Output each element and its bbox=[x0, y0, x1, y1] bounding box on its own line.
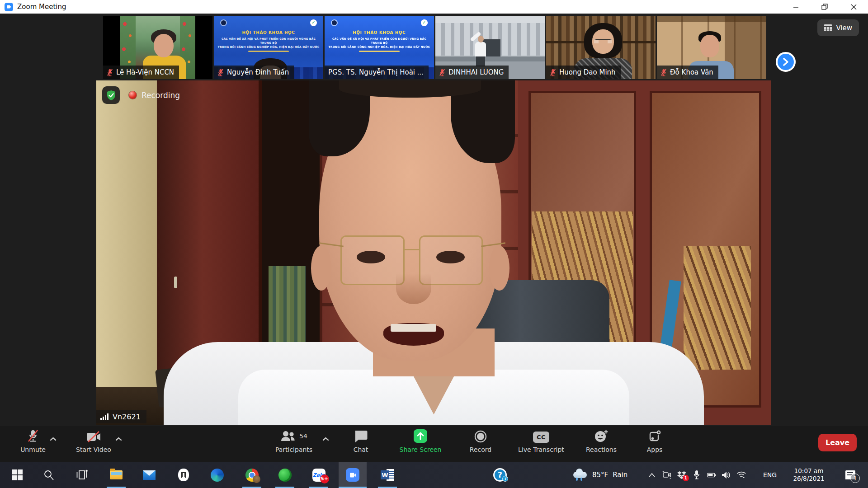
slide-logo-left bbox=[331, 19, 338, 26]
slide-line2: TRONG BỐI CẢNH CÔNG NGHIỆP HÓA, HIỆN ĐẠI… bbox=[216, 45, 321, 49]
record-icon bbox=[474, 430, 487, 443]
participant-name-bar: Đỗ Khoa Vân bbox=[657, 66, 718, 79]
task-view-icon bbox=[76, 469, 88, 480]
weather-widget[interactable]: 85°F Rain bbox=[572, 462, 627, 488]
help-button[interactable]: ? i bbox=[489, 462, 511, 488]
chevron-up-icon bbox=[649, 473, 655, 477]
slide-title: HỘI THẢO KHOA HỌC bbox=[326, 30, 432, 35]
tray-microphone[interactable] bbox=[692, 470, 701, 480]
reactions-button[interactable]: Reactions bbox=[572, 429, 631, 453]
wifi-icon bbox=[737, 471, 746, 479]
close-button[interactable] bbox=[839, 0, 868, 14]
restore-button[interactable] bbox=[810, 0, 839, 14]
slide-line2: TRONG BỐI CẢNH CÔNG NGHIỆP HÓA, HIỆN ĐẠI… bbox=[326, 45, 432, 49]
action-center-button[interactable]: 1 bbox=[839, 462, 862, 488]
participant-tile-6[interactable]: Đỗ Khoa Vân bbox=[657, 16, 766, 79]
meeting-stage: Lê Hà-Viện NCCN ✓ HỘI THẢO KHOA HỌC CÁC … bbox=[0, 14, 868, 426]
slide-line1: CÁC VẤN ĐỀ XÃ HỘI VÀ PHÁT TRIỂN CON NGƯỜ… bbox=[216, 37, 321, 45]
language-indicator[interactable]: ENG bbox=[763, 462, 777, 488]
chat-bubble-icon bbox=[354, 430, 368, 443]
video-options-chevron[interactable] bbox=[115, 434, 122, 443]
muted-mic-icon bbox=[660, 69, 667, 76]
participants-options-chevron[interactable] bbox=[322, 434, 329, 443]
zalo-notification-badge: 5+ bbox=[320, 474, 329, 483]
minimize-button[interactable] bbox=[781, 0, 810, 14]
tray-volume[interactable] bbox=[722, 470, 731, 480]
view-button[interactable]: View bbox=[817, 19, 859, 36]
participant-name: DINHHAI LUONG bbox=[448, 68, 504, 76]
participant-name: Lê Hà-Viện NCCN bbox=[116, 68, 174, 76]
green-browser-button[interactable] bbox=[274, 462, 296, 488]
participant-tile-4[interactable]: DINHHAI LUONG bbox=[435, 16, 545, 79]
chevron-up-icon bbox=[322, 437, 329, 441]
task-view-button[interactable] bbox=[71, 462, 93, 488]
tray-wifi[interactable] bbox=[737, 470, 746, 480]
tray-dropbox[interactable]: 1 bbox=[677, 470, 686, 480]
participant-tile-2[interactable]: ✓ HỘI THẢO KHOA HỌC CÁC VẤN ĐỀ XÃ HỘI VÀ… bbox=[214, 16, 323, 79]
zalo-button[interactable]: Zalo 5+ bbox=[308, 462, 330, 488]
closed-captions-icon: CC bbox=[533, 432, 549, 443]
record-button[interactable]: Record bbox=[451, 429, 510, 453]
participant-tile-3[interactable]: ✓ HỘI THẢO KHOA HỌC CÁC VẤN ĐỀ XÃ HỘI VÀ… bbox=[325, 16, 434, 79]
leave-button[interactable]: Leave bbox=[818, 434, 857, 451]
zoom-meeting-window: Zoom Meeting bbox=[0, 0, 868, 488]
info-badge: i bbox=[502, 476, 508, 482]
video-off-icon bbox=[86, 431, 101, 443]
active-speaker-video[interactable]: Recording Vn2621 bbox=[96, 80, 771, 425]
edge-button[interactable] bbox=[206, 462, 228, 488]
reactions-label: Reactions bbox=[586, 446, 617, 453]
security-shield-button[interactable] bbox=[102, 86, 120, 104]
slide-logo-left bbox=[220, 19, 227, 26]
participant-name: Nguyễn Đình Tuấn bbox=[227, 68, 289, 76]
record-label: Record bbox=[470, 446, 491, 453]
share-screen-button[interactable]: Share Screen bbox=[391, 429, 450, 453]
recording-indicator: Recording bbox=[129, 91, 180, 100]
slide-logo-right: ✓ bbox=[310, 19, 317, 26]
slide-line1: CÁC VẤN ĐỀ XÃ HỘI VÀ PHÁT TRIỂN CON NGƯỜ… bbox=[326, 37, 432, 45]
start-video-button[interactable]: Start Video bbox=[64, 429, 123, 453]
help-icon: ? i bbox=[493, 468, 507, 482]
camera-tray-icon bbox=[662, 471, 671, 479]
weather-temperature: 85°F bbox=[592, 471, 608, 479]
green-browser-icon bbox=[278, 469, 292, 482]
participants-icon bbox=[280, 430, 296, 442]
unmute-options-chevron[interactable] bbox=[50, 434, 57, 443]
chat-label: Chat bbox=[354, 446, 368, 453]
weather-condition: Rain bbox=[613, 471, 627, 479]
word-button[interactable]: W bbox=[377, 462, 398, 488]
participants-button[interactable]: 54 Participants bbox=[260, 429, 328, 453]
chrome-icon bbox=[245, 469, 259, 482]
participant-name-bar: PGS. TS. Nguyễn Thị Hoài ... bbox=[325, 66, 429, 79]
battery-icon bbox=[707, 472, 716, 478]
chevron-up-icon bbox=[50, 437, 57, 441]
zoom-app-icon bbox=[5, 3, 13, 11]
meeting-toolbar: Unmute Start Video 54 Participants bbox=[0, 426, 868, 462]
notification-icon: 1 bbox=[845, 470, 855, 479]
search-button[interactable] bbox=[38, 462, 60, 488]
tray-zoom-camera[interactable] bbox=[662, 470, 671, 480]
zalo-icon: Zalo 5+ bbox=[312, 469, 326, 482]
oval-app-button[interactable] bbox=[173, 462, 194, 488]
share-screen-label: Share Screen bbox=[400, 446, 442, 453]
tray-battery[interactable] bbox=[707, 470, 716, 480]
mail-button[interactable] bbox=[138, 462, 160, 488]
slide-logo-right: ✓ bbox=[421, 19, 428, 26]
zoom-taskbar-button[interactable] bbox=[342, 462, 363, 488]
mail-icon bbox=[143, 470, 156, 480]
grid-view-icon bbox=[824, 24, 832, 31]
chrome-button[interactable] bbox=[241, 462, 263, 488]
next-videos-button[interactable] bbox=[776, 52, 796, 72]
chevron-up-icon bbox=[115, 437, 122, 441]
participant-tile-5[interactable]: Huong Dao Minh bbox=[546, 16, 656, 79]
search-icon bbox=[43, 469, 54, 480]
tray-expand-chevron[interactable] bbox=[647, 470, 656, 480]
apps-button[interactable]: Apps bbox=[625, 429, 684, 453]
taskbar-clock[interactable]: 10:07 am 26/8/2021 bbox=[783, 462, 834, 488]
live-transcript-button[interactable]: CC Live Transcript bbox=[509, 429, 573, 453]
chat-button[interactable]: Chat bbox=[331, 429, 390, 453]
participant-tile-1[interactable]: Lê Hà-Viện NCCN bbox=[103, 16, 212, 79]
start-button[interactable] bbox=[6, 462, 28, 488]
file-explorer-button[interactable] bbox=[105, 462, 127, 488]
microphone-icon bbox=[693, 470, 700, 479]
muted-mic-icon bbox=[439, 69, 445, 76]
